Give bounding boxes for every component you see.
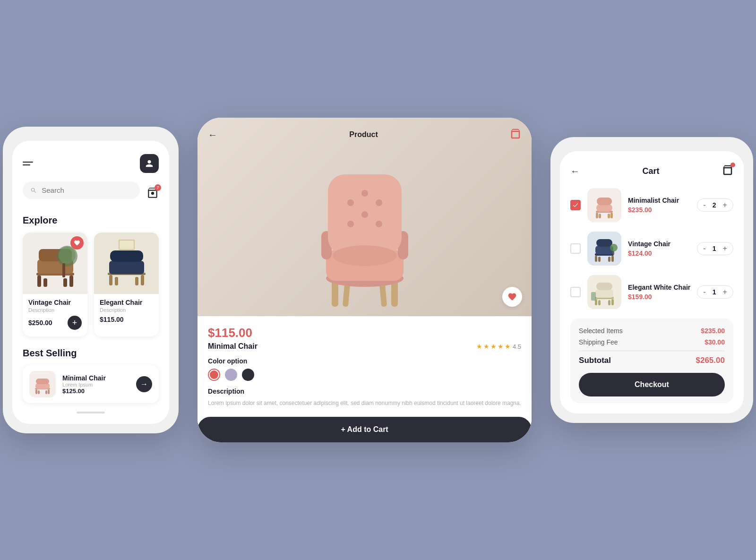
star-1: ★ (476, 343, 482, 350)
star-3: ★ (490, 343, 497, 350)
best-sell-info: Minimal Chair Lorem Ipsum $125.00 (62, 374, 129, 395)
qty-value-vintage: 1 (711, 245, 718, 252)
cart-back-button[interactable]: ← (570, 166, 580, 177)
svg-point-36 (361, 190, 368, 197)
explore-grid: Vintage Chair Description $250.00 + (23, 233, 159, 336)
svg-rect-53 (611, 256, 614, 262)
star-2: ★ (483, 343, 490, 350)
subtotal-row: Subtotal $265.00 (579, 356, 725, 365)
menu-icon[interactable] (23, 162, 33, 165)
shipping-label: Shipping Fee (579, 338, 618, 346)
elegant-chair-illustration (101, 237, 153, 289)
qty-decrease-elegant-white[interactable]: - (702, 288, 706, 296)
svg-rect-43 (596, 204, 612, 212)
cart-checkbox-vintage[interactable] (570, 243, 581, 254)
product-image-section: ← Product (198, 118, 532, 316)
qty-increase-minimalist[interactable]: + (722, 201, 728, 209)
best-sell-nav-button[interactable]: → (136, 376, 152, 392)
minimalist-chair-cart-illustration (590, 191, 619, 219)
description-label: Description (208, 388, 521, 395)
product-desc-vintage: Description (28, 307, 82, 313)
phone1: Search 7 Explore (3, 127, 179, 433)
svg-rect-4 (69, 276, 73, 287)
qty-decrease-vintage[interactable]: - (702, 244, 706, 253)
svg-rect-64 (608, 300, 610, 305)
cart-checkbox-minimalist[interactable] (570, 200, 581, 210)
search-bar[interactable]: Search (23, 181, 140, 199)
product-desc-elegant: Description (100, 307, 153, 313)
color-option-dark[interactable] (242, 369, 254, 381)
add-to-cart-button[interactable]: + Add to Cart (198, 417, 532, 442)
color-option-red[interactable] (208, 369, 220, 381)
favorite-button-vintage[interactable] (70, 236, 84, 250)
qty-control-elegant-white: - 1 + (697, 285, 733, 299)
cart-item-price-vintage: $124.00 (628, 250, 690, 257)
qty-control-vintage: - 1 + (697, 242, 733, 255)
add-to-cart-vintage[interactable]: + (68, 316, 82, 330)
user-button[interactable] (140, 154, 159, 173)
qty-value-minimalist: 2 (711, 201, 718, 209)
cart-header-icon[interactable] (722, 164, 733, 178)
svg-rect-51 (596, 239, 612, 247)
svg-rect-21 (36, 379, 49, 384)
svg-rect-29 (379, 283, 387, 307)
svg-rect-13 (109, 275, 112, 285)
svg-rect-48 (608, 214, 610, 218)
search-icon (30, 187, 37, 194)
product-name-detail: Minimal Chair (208, 342, 258, 351)
cart-badge: 7 (155, 184, 161, 191)
product-image-elegant (94, 233, 159, 294)
cart-header-badge (730, 163, 735, 167)
svg-rect-59 (595, 289, 613, 298)
cart-item-price-minimalist: $235.00 (628, 206, 690, 214)
user-icon (145, 159, 154, 168)
cart-item-info-vintage: Vintage Chair $124.00 (628, 240, 690, 257)
cart-icon-2 (510, 128, 521, 139)
product-card-body-vintage: Vintage Chair Description $250.00 + (23, 294, 87, 330)
cart-item-price-elegant-white: $159.00 (628, 293, 690, 301)
qty-increase-elegant-white[interactable]: + (722, 288, 728, 296)
description-text: Lorem ipsum dolor sit amet, consectetuer… (208, 399, 521, 408)
favorite-button-detail[interactable] (502, 287, 522, 307)
back-button[interactable]: ← (208, 129, 217, 140)
product-name-vintage: Vintage Chair (28, 299, 82, 306)
svg-rect-22 (35, 389, 37, 394)
color-option-purple[interactable] (225, 369, 237, 381)
product-card-vintage[interactable]: Vintage Chair Description $250.00 + (23, 233, 87, 336)
pink-chair-large-illustration (299, 137, 431, 316)
color-options (208, 369, 521, 381)
qty-decrease-minimalist[interactable]: - (702, 201, 706, 209)
product-price-detail: $115.00 (208, 326, 521, 340)
product-name-elegant: Elegant Chair (100, 299, 153, 306)
rating-value: 4.5 (513, 343, 521, 350)
product-rating: ★ ★ ★ ★ ★ 4.5 (476, 343, 521, 350)
best-selling-row: Minimal Chair Lorem Ipsum $125.00 → (23, 365, 159, 403)
svg-rect-24 (38, 390, 40, 394)
vintage-chair-cart-illustration (590, 234, 619, 263)
best-sell-image (29, 371, 56, 397)
cart-item-image-vintage (587, 232, 621, 266)
svg-rect-14 (141, 275, 144, 285)
search-input[interactable]: Search (42, 186, 132, 194)
scroll-indicator (77, 412, 105, 414)
phone2-cart-button[interactable] (510, 128, 521, 141)
svg-rect-47 (599, 214, 601, 218)
svg-point-35 (347, 199, 354, 206)
qty-increase-vintage[interactable]: + (722, 244, 728, 253)
elegant-white-chair-cart-illustration (590, 278, 619, 306)
cart-item-image-elegant-white (587, 275, 621, 309)
cart-item-vintage: Vintage Chair $124.00 - 1 + (570, 232, 733, 266)
checkout-button[interactable]: Checkout (579, 373, 725, 396)
product-price-row-vintage: $250.00 + (28, 316, 82, 330)
svg-rect-60 (596, 283, 612, 290)
cart-item-elegant-white: Elegant White Chair $159.00 - 1 + (570, 275, 733, 309)
cart-item-info-elegant-white: Elegant White Chair $159.00 (628, 284, 690, 301)
product-card-elegant[interactable]: Elegant Chair Description $115.00 (94, 233, 159, 336)
cart-button[interactable]: 7 (146, 187, 159, 201)
qty-control-minimalist: - 2 + (697, 198, 733, 212)
svg-rect-52 (595, 256, 597, 262)
svg-point-56 (610, 244, 618, 251)
cart-checkbox-elegant-white[interactable] (570, 287, 581, 297)
product-card-body-elegant: Elegant Chair Description $115.00 (94, 294, 159, 323)
selected-items-label: Selected Items (579, 327, 623, 335)
